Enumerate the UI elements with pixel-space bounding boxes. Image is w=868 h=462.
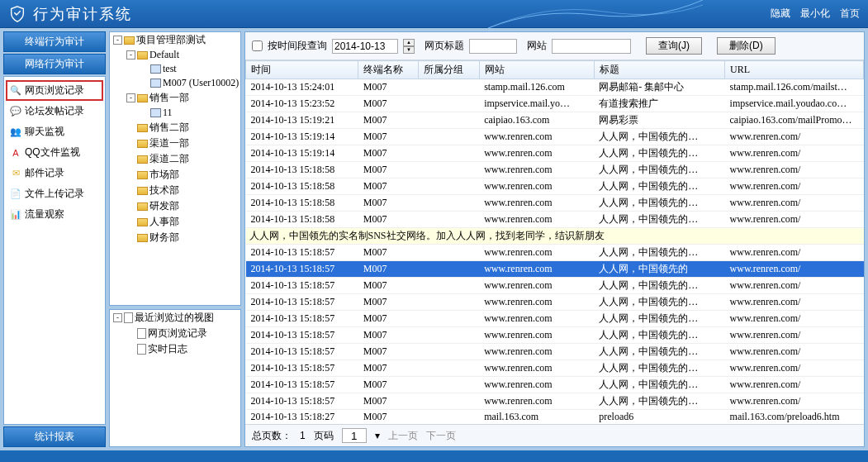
table-row[interactable]: 2014-10-13 15:19:14M007www.renren.com人人网… [246, 145, 864, 162]
table-row[interactable]: 2014-10-13 15:18:57M007www.renren.com人人网… [246, 245, 864, 261]
table-row[interactable]: 2014-10-13 15:19:21M007caipiao.163.com网易… [246, 112, 864, 129]
recent-views-tree[interactable]: -最近浏览过的视图网页浏览记录实时日志 [109, 309, 241, 447]
org-tree[interactable]: -项目管理部测试-DefaulttestM007 (User10002)-销售一… [109, 31, 241, 306]
folder-icon [137, 171, 148, 179]
table-row[interactable]: 2014-10-13 15:18:57M007www.renren.com人人网… [246, 393, 864, 410]
tree-node[interactable]: 11 [110, 106, 240, 120]
tree-node[interactable]: 网页浏览记录 [110, 326, 240, 341]
nav-item[interactable]: 💬论坛发帖记录 [6, 101, 103, 121]
table-cell: www.renren.com/ [725, 195, 864, 212]
tree-node[interactable]: 人事部 [110, 214, 240, 230]
column-header[interactable]: URL [725, 61, 864, 79]
tree-node[interactable]: 市场部 [110, 167, 240, 183]
folder-icon [137, 218, 148, 226]
table-cell [419, 245, 479, 261]
home-button[interactable]: 首页 [840, 7, 860, 21]
tree-node[interactable]: test [110, 62, 240, 76]
table-cell: mail.163.com/preload6.htm [725, 410, 864, 425]
date-input[interactable] [332, 39, 398, 54]
table-row[interactable]: 2014-10-13 15:18:57M007www.renren.com人人网… [246, 278, 864, 294]
tree-toggle-icon[interactable]: - [126, 93, 135, 102]
nav-item[interactable]: 📄文件上传记录 [6, 183, 103, 204]
prev-page[interactable]: 上一页 [388, 429, 418, 443]
table-cell: M007 [358, 96, 419, 112]
table-row[interactable]: 2014-10-13 15:18:27M007mail.163.comprelo… [246, 410, 864, 425]
page-icon [124, 312, 133, 323]
table-cell: stamp.mail.126.com [479, 79, 594, 96]
table-cell: 人人网，中国领先的… [594, 344, 724, 360]
tree-node-label: 市场部 [149, 168, 179, 182]
page-input[interactable] [342, 428, 367, 443]
minimize-button[interactable]: 最小化 [800, 7, 830, 21]
tree-node[interactable]: 渠道一部 [110, 136, 240, 151]
nav-item[interactable]: 👥聊天监视 [6, 121, 103, 142]
table-cell: www.renren.com [479, 245, 594, 261]
column-header[interactable]: 所属分组 [419, 61, 479, 79]
table-cell: www.renren.com/ [725, 311, 864, 327]
column-header[interactable]: 标题 [594, 61, 724, 79]
column-header[interactable]: 网站 [479, 61, 594, 79]
date-spinner[interactable]: ▲▼ [403, 39, 415, 54]
table-row[interactable]: 2014-10-13 15:18:58M007www.renren.com人人网… [246, 179, 864, 195]
tree-node[interactable]: 财务部 [110, 230, 240, 245]
table-row[interactable]: 2014-10-13 15:18:57M007www.renren.com人人网… [246, 294, 864, 311]
table-cell: 2014-10-13 15:19:14 [246, 145, 358, 162]
tree-node[interactable]: -销售一部 [110, 90, 240, 106]
tree-node[interactable]: 渠道二部 [110, 151, 240, 167]
tree-node-label: 销售二部 [149, 121, 189, 135]
table-row[interactable]: 2014-10-13 15:18:57M007www.renren.com人人网… [246, 311, 864, 327]
page-dropdown-icon[interactable]: ▾ [375, 430, 380, 441]
table-row[interactable]: 2014-10-13 15:18:57M007www.renren.com人人网… [246, 261, 864, 278]
tree-node[interactable]: 研发部 [110, 198, 240, 214]
table-row[interactable]: 2014-10-13 15:18:58M007www.renren.com人人网… [246, 195, 864, 212]
table-row[interactable]: 2014-10-13 15:18:57M007www.renren.com人人网… [246, 377, 864, 393]
table-row[interactable]: 2014-10-13 15:18:57M007www.renren.com人人网… [246, 344, 864, 360]
time-filter-checkbox[interactable] [252, 40, 263, 51]
table-cell [419, 344, 479, 360]
nav-item[interactable]: ✉邮件记录 [6, 163, 103, 183]
tree-node[interactable]: -Default [110, 48, 240, 62]
tab-network-audit[interactable]: 网络行为审计 [3, 54, 106, 74]
tree-node[interactable]: -最近浏览过的视图 [110, 310, 240, 326]
tab-statistics[interactable]: 统计报表 [3, 426, 106, 447]
nav-item-icon: A [10, 147, 21, 159]
tree-node[interactable]: -项目管理部测试 [110, 32, 240, 48]
nav-item-label: 文件上传记录 [25, 187, 84, 201]
nav-item[interactable]: 🔍网页浏览记录 [6, 80, 103, 101]
table-row[interactable]: 2014-10-13 15:18:58M007www.renren.com人人网… [246, 212, 864, 228]
tree-node[interactable]: 销售二部 [110, 120, 240, 136]
hide-button[interactable]: 隐藏 [771, 7, 790, 21]
site-input[interactable] [552, 39, 631, 54]
tab-terminal-audit[interactable]: 终端行为审计 [3, 31, 106, 52]
table-cell: www.renren.com [479, 129, 594, 145]
tree-toggle-icon[interactable]: - [126, 50, 135, 60]
column-header[interactable]: 终端名称 [358, 61, 419, 79]
tree-toggle-icon[interactable]: - [113, 313, 122, 322]
status-bar [0, 450, 868, 462]
app-header: 行为审计系统 隐藏 最小化 首页 [0, 0, 868, 28]
table-cell: www.renren.com [479, 344, 594, 360]
tree-node-label: 11 [163, 107, 173, 119]
nav-item[interactable]: 📊流量观察 [6, 204, 103, 225]
table-row[interactable]: 2014-10-13 15:24:01M007stamp.mail.126.co… [246, 79, 864, 96]
table-row[interactable]: 2014-10-13 15:18:58M007www.renren.com人人网… [246, 162, 864, 179]
tree-node[interactable]: 实时日志 [110, 341, 240, 357]
column-header[interactable]: 时间 [246, 61, 358, 79]
next-page[interactable]: 下一页 [426, 429, 456, 443]
table-row[interactable]: 2014-10-13 15:18:57M007www.renren.com人人网… [246, 360, 864, 377]
delete-button[interactable]: 删除(D) [717, 37, 776, 55]
table-cell: www.renren.com [479, 212, 594, 228]
title-input[interactable] [469, 39, 517, 54]
query-button[interactable]: 查询(J) [646, 37, 702, 55]
table-row[interactable]: 2014-10-13 15:19:14M007www.renren.com人人网… [246, 129, 864, 145]
table-row[interactable]: 2014-10-13 15:23:52M007impservice.mail.y… [246, 96, 864, 112]
table-cell [419, 278, 479, 294]
tree-node[interactable]: 技术部 [110, 183, 240, 198]
tree-toggle-icon[interactable]: - [113, 36, 122, 45]
nav-item[interactable]: AQQ文件监视 [6, 142, 103, 163]
nav-item-icon: ✉ [10, 168, 21, 179]
grid-scroll[interactable]: 时间终端名称所属分组网站标题URL 2014-10-13 15:24:01M00… [245, 60, 864, 424]
table-row[interactable]: 2014-10-13 15:18:57M007www.renren.com人人网… [246, 327, 864, 344]
tree-node[interactable]: M007 (User10002) [110, 76, 240, 90]
pager: 总页数： 1 页码 ▾ 上一页 下一页 [245, 424, 864, 446]
